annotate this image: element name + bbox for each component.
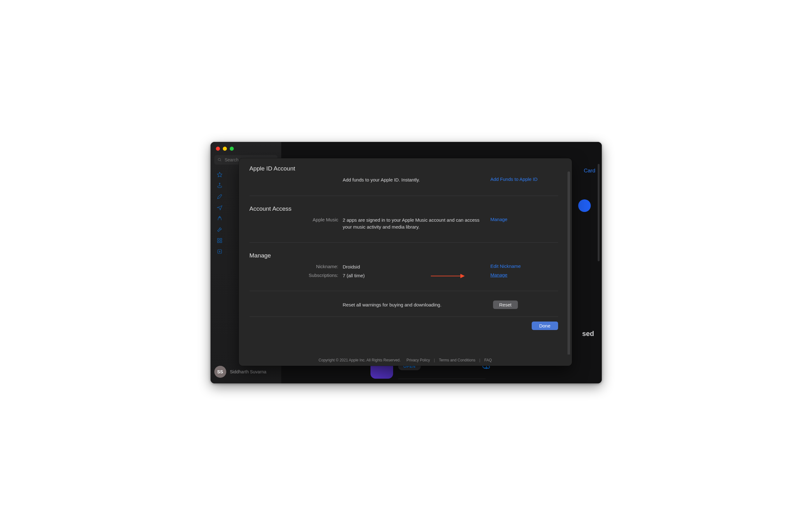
reset-button[interactable]: Reset <box>493 300 518 309</box>
grid-icon <box>217 238 222 243</box>
app-window: SS Siddharth Suvarna Card sed OPEN Apple… <box>211 142 602 384</box>
svg-rect-6 <box>217 238 219 240</box>
row-label <box>249 304 338 305</box>
nickname-label: Nickname: <box>249 264 338 269</box>
bg-redeem-link[interactable]: Card <box>584 168 595 174</box>
star-icon <box>217 172 222 177</box>
arcade-icon <box>217 183 222 189</box>
add-funds-link[interactable]: Add Funds to Apple ID <box>491 177 538 182</box>
separator: | <box>432 358 437 362</box>
subscriptions-label: Subscriptions: <box>249 272 338 278</box>
maximize-window-button[interactable] <box>230 147 234 151</box>
svg-point-0 <box>218 158 221 161</box>
hammer-icon <box>217 227 222 232</box>
window-controls <box>211 142 281 151</box>
section-apple-id: Apple ID Account Add funds to your Apple… <box>249 165 558 196</box>
privacy-link[interactable]: Privacy Policy <box>406 358 430 362</box>
svg-point-5 <box>219 217 220 218</box>
section-reset: Reset all warnings for buying and downlo… <box>249 300 558 330</box>
pencil-icon <box>217 194 222 199</box>
section-title: Apple ID Account <box>249 165 558 172</box>
modal-footer: Copyright © 2021 Apple Inc. All Rights R… <box>239 355 572 366</box>
subscriptions-value: 7 (all time) <box>343 272 486 279</box>
faq-link[interactable]: FAQ <box>484 358 492 362</box>
modal-body: Apple ID Account Add funds to your Apple… <box>239 158 572 355</box>
copyright-text: Copyright © 2021 Apple Inc. All Rights R… <box>319 358 401 362</box>
apple-music-label: Apple Music <box>249 217 338 222</box>
section-account-access: Account Access Apple Music 2 apps are si… <box>249 205 558 243</box>
reset-desc: Reset all warnings for buying and downlo… <box>343 301 486 308</box>
minimize-window-button[interactable] <box>223 147 227 151</box>
bg-heading-fragment: sed <box>582 330 594 338</box>
plane-icon <box>217 205 222 210</box>
user-name: Siddharth Suvarna <box>230 369 266 374</box>
search-icon <box>217 157 221 162</box>
svg-rect-7 <box>220 238 221 240</box>
download-icon <box>217 249 222 254</box>
nickname-value: Droidsid <box>343 264 486 270</box>
manage-access-link[interactable]: Manage <box>491 217 508 222</box>
svg-marker-2 <box>217 172 222 177</box>
bg-divider <box>398 379 485 379</box>
manage-subscriptions-link[interactable]: Manage <box>491 272 508 278</box>
content-scrollbar[interactable] <box>598 164 599 261</box>
avatar: SS <box>214 366 226 378</box>
sidebar-user[interactable]: SS Siddharth Suvarna <box>211 366 281 384</box>
close-window-button[interactable] <box>216 147 220 151</box>
edit-nickname-link[interactable]: Edit Nickname <box>491 264 521 269</box>
separator: | <box>477 358 482 362</box>
bg-badge <box>578 199 591 212</box>
account-modal: Apple ID Account Add funds to your Apple… <box>239 158 572 366</box>
row-label <box>249 177 338 177</box>
svg-point-3 <box>217 185 222 188</box>
apple-music-desc: 2 apps are signed in to your Apple Music… <box>343 217 486 230</box>
section-title: Account Access <box>249 205 558 212</box>
modal-scrollbar[interactable] <box>567 171 570 355</box>
svg-rect-9 <box>220 241 221 242</box>
rocket-icon <box>217 216 222 221</box>
svg-line-1 <box>220 161 221 161</box>
section-manage: Manage Nickname: Droidsid Edit Nickname … <box>249 252 558 291</box>
add-funds-desc: Add funds to your Apple ID. Instantly. <box>343 177 486 183</box>
section-title: Manage <box>249 252 558 259</box>
svg-rect-8 <box>217 241 219 242</box>
done-button[interactable]: Done <box>532 321 558 330</box>
terms-link[interactable]: Terms and Conditions <box>439 358 476 362</box>
